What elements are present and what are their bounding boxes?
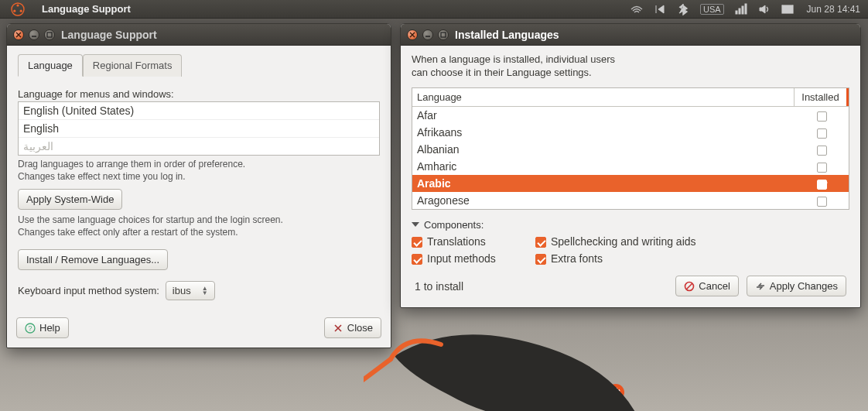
installed-cell[interactable] [795, 192, 849, 209]
components-label: Components: [424, 219, 484, 231]
window-title: Language Support [61, 29, 157, 41]
installed-cell[interactable] [795, 175, 849, 192]
installed-languages-window: Installed Languages When a language is i… [400, 23, 861, 308]
checkbox-icon [535, 237, 546, 248]
menus-windows-label: Language for menus and windows: [18, 88, 380, 100]
tab-language[interactable]: Language [18, 54, 83, 77]
installed-cell[interactable] [795, 107, 849, 124]
language-item[interactable]: العربية [19, 138, 379, 156]
keyboard-method-combo[interactable]: ibus ▲▼ [166, 281, 215, 300]
maximize-button[interactable] [44, 29, 55, 40]
table-row[interactable]: Aragonese [412, 192, 849, 209]
drag-hint: Drag languages to arrange them in order … [18, 159, 380, 183]
narwhal-silhouette [364, 310, 689, 411]
checkbox-icon [412, 254, 422, 265]
checkbox-icon [412, 237, 422, 248]
spin-arrows-icon: ▲▼ [202, 286, 208, 296]
installed-cell[interactable] [795, 141, 849, 158]
dialog-description: When a language is installed, individual… [412, 53, 849, 80]
installed-cell[interactable] [795, 124, 849, 141]
panel-app-title: Language Support [36, 3, 142, 15]
col-language[interactable]: Language [412, 88, 795, 106]
keyboard-method-value: ibus [173, 285, 191, 296]
network-signal-icon[interactable] [730, 0, 753, 19]
svg-rect-5 [739, 9, 740, 14]
installed-languages-titlebar[interactable]: Installed Languages [401, 24, 860, 46]
keyboard-method-label: Keyboard input method system: [18, 285, 159, 296]
network-wave-icon[interactable] [625, 0, 648, 19]
top-panel: Language Support USA Jun 28 14:41 [0, 0, 868, 19]
language-name: Albanian [412, 141, 795, 158]
tab-bar: Language Regional Formats [18, 53, 380, 76]
language-name: Afrikaans [412, 124, 795, 141]
apply-icon [755, 281, 766, 292]
system-hint: Use the same language choices for startu… [18, 214, 380, 238]
ubuntu-bfb-button[interactable] [0, 0, 36, 19]
svg-rect-12 [441, 33, 446, 37]
table-row[interactable]: Arabic [412, 175, 849, 192]
apply-system-wide-button[interactable]: Apply System-Wide [18, 189, 122, 210]
svg-rect-9 [47, 33, 52, 37]
language-item[interactable]: English (United States) [19, 102, 379, 120]
table-row[interactable]: Albanian [412, 141, 849, 158]
checkbox[interactable] [817, 111, 827, 122]
col-installed[interactable]: Installed [795, 88, 849, 106]
table-row[interactable]: Afar [412, 107, 849, 124]
bluetooth-icon[interactable] [672, 0, 695, 19]
components-expander[interactable]: Components: [412, 219, 849, 231]
close-icon [333, 323, 343, 334]
maximize-button[interactable] [438, 29, 449, 40]
svg-point-2 [13, 9, 15, 12]
checkbox-icon [535, 254, 546, 265]
close-button[interactable] [13, 29, 24, 40]
language-name: Afar [412, 107, 795, 124]
cancel-button[interactable]: Cancel [675, 276, 738, 296]
cancel-icon [684, 281, 695, 292]
help-label: Help [39, 322, 60, 334]
checkbox[interactable] [817, 128, 827, 139]
language-name: Amharic [412, 158, 795, 175]
checkbox[interactable] [817, 163, 827, 173]
minimize-button[interactable] [29, 29, 39, 40]
component-input-methods[interactable]: Input methods [412, 252, 535, 265]
svg-point-1 [16, 4, 19, 6]
apply-changes-button[interactable]: Apply Changes [747, 276, 846, 296]
svg-text:?: ? [28, 324, 32, 332]
window-title: Installed Languages [455, 29, 559, 41]
component-translations[interactable]: Translations [412, 235, 535, 248]
minimize-button[interactable] [422, 29, 433, 40]
install-status: 1 to install [415, 280, 668, 293]
apply-label: Apply Changes [770, 280, 838, 292]
tab-regional-formats[interactable]: Regional Formats [83, 54, 183, 77]
install-remove-languages-button[interactable]: Install / Remove Languages... [18, 249, 168, 270]
component-label: Extra fonts [551, 252, 603, 265]
help-icon: ? [25, 323, 36, 334]
language-name: Arabic [412, 175, 795, 192]
volume-icon[interactable] [753, 0, 776, 19]
svg-rect-4 [736, 11, 737, 14]
languages-table: Language Installed AfarAfrikaansAlbanian… [412, 87, 849, 210]
component-label: Translations [427, 235, 486, 248]
language-support-titlebar[interactable]: Language Support [7, 24, 391, 46]
svg-rect-6 [742, 6, 743, 14]
close-button[interactable] [407, 29, 418, 40]
checkbox[interactable] [817, 146, 827, 156]
media-back-icon[interactable] [648, 0, 672, 19]
table-row[interactable]: Amharic [412, 158, 849, 175]
svg-point-3 [20, 9, 22, 12]
component-extra-fonts[interactable]: Extra fonts [535, 252, 849, 265]
table-row[interactable]: Afrikaans [412, 124, 849, 141]
clock-indicator[interactable]: Jun 28 14:41 [799, 0, 868, 19]
checkbox[interactable] [817, 197, 827, 207]
language-item[interactable]: English [19, 120, 379, 138]
help-button[interactable]: ? Help [16, 317, 69, 338]
component-spellchecking[interactable]: Spellchecking and writing aids [535, 235, 849, 248]
checkbox[interactable] [817, 180, 827, 190]
component-label: Input methods [427, 252, 496, 265]
mail-icon[interactable] [776, 0, 799, 19]
installed-cell[interactable] [795, 158, 849, 175]
language-order-list[interactable]: English (United States) English العربية [18, 101, 380, 156]
keyboard-layout-indicator[interactable]: USA [695, 0, 730, 19]
svg-rect-7 [745, 4, 747, 14]
keyboard-layout-text: USA [700, 4, 724, 15]
